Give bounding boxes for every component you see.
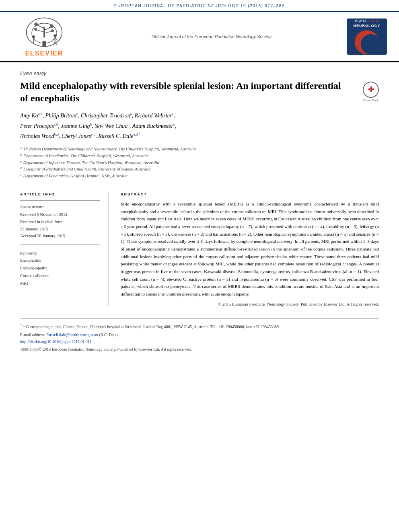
authors-section: Amy Kaa,b, Philip Brittonc, Christopher …: [20, 111, 379, 141]
aff-b: bDepartment of Paediatrics, The Children…: [20, 153, 379, 160]
article-info-column: Article Info Article history: Received 5…: [20, 192, 109, 306]
svg-rect-0: [43, 41, 46, 46]
article-history-label: Article history:: [20, 205, 100, 209]
elsevier-logo: ELSEVIER: [12, 16, 76, 57]
svg-line-5: [44, 27, 51, 31]
author-line-3: Nicholas Woodb,d, Cheryl Jonesc,d, Russe…: [20, 131, 379, 141]
journal-right-logo-box: PAEDATRICNEUROLOGY: [347, 18, 387, 55]
elsevier-tree-icon: [20, 16, 68, 48]
doi-line: http://dx.doi.org/10.1016/j.ejpn.2015.01…: [20, 338, 379, 345]
email-link[interactable]: Russell.dale@health.nsw.gov.au: [46, 333, 98, 337]
corresponding-author-note: * * Corresponding author. Clinical Schoo…: [20, 323, 379, 330]
keywords-hr: [20, 244, 100, 245]
crossmark-badge[interactable]: ✚ CrossMark: [363, 82, 379, 102]
issn-line: 1090-3798/© 2015 European Paediatric Neu…: [20, 347, 379, 351]
received-revised-date: 23 January 2015: [20, 226, 100, 233]
crossmark-circle[interactable]: ✚: [363, 82, 379, 98]
svg-point-18: [32, 35, 35, 38]
svg-line-7: [44, 31, 52, 33]
svg-point-11: [51, 29, 54, 32]
author-line-2: Peter Procopisa,d, Joanne Gingb, Yew Wee…: [20, 121, 379, 131]
doi-link[interactable]: http://dx.doi.org/10.1016/j.ejpn.2015.01…: [20, 339, 92, 344]
logo-area: ELSEVIER Official Journal of the Europea…: [0, 12, 399, 62]
received-revised-label: Received in revised form: [20, 218, 100, 226]
abstract-copyright: © 2015 European Paediatric Neurology Soc…: [121, 302, 379, 306]
paed-logo-text: PAEDATRICNEUROLOGY: [353, 19, 380, 28]
keywords-section: Keywords: Encephalitis Encephalopathy Co…: [20, 251, 100, 288]
received-date-1: Received 5 November 2014: [20, 211, 100, 218]
accepted-date: Accepted 28 January 2015: [20, 232, 100, 240]
abstract-column: Abstract Mild encephalopathy with a reve…: [121, 192, 379, 306]
email-line: E-mail address: Russell.dale@health.nsw.…: [20, 331, 379, 338]
author-line-1: Amy Kaa,b, Philip Brittonc, Christopher …: [20, 111, 379, 121]
email-suffix: (R.C. Dale).: [99, 333, 119, 337]
svg-point-12: [53, 34, 56, 37]
title-area: Mild encephalopathy with reversible sple…: [20, 80, 379, 105]
abstract-text: Mild encephalopathy with a reversible sp…: [121, 200, 379, 298]
svg-line-6: [36, 30, 44, 32]
aff-c: cDepartment of Infectious Disease, The C…: [20, 160, 379, 166]
keywords-label: Keywords:: [20, 251, 100, 255]
aff-a: aTY Nelson Department of Neurology and N…: [20, 146, 379, 153]
footer-section: * * Corresponding author. Clinical Schoo…: [20, 318, 379, 351]
journal-center-text: Official Journal of the European Paediat…: [76, 34, 347, 39]
journal-header-text: European Journal of Paediatric Neurology…: [114, 4, 285, 8]
keyword-mri: MRI: [20, 280, 100, 288]
keyword-corpus-callosum: Corpus callosum: [20, 272, 100, 280]
article-title: Mild encephalopathy with reversible sple…: [20, 80, 379, 105]
crossmark-icon: ✚: [368, 85, 374, 94]
two-column-layout: Article Info Article history: Received 5…: [20, 192, 379, 306]
svg-line-4: [37, 25, 44, 29]
paed-logo-circle: [355, 30, 379, 54]
keyword-encephalitis: Encephalitis: [20, 257, 100, 265]
divider-1: [20, 186, 379, 186]
svg-point-8: [34, 23, 38, 26]
article-info-heading: Article Info: [20, 192, 100, 196]
journal-header-bar: European Journal of Paediatric Neurology…: [0, 0, 399, 12]
main-content: Case study Mild encephalopathy with reve…: [0, 62, 399, 359]
aff-e: eDepartment of Paediatrics, Gosford Hosp…: [20, 173, 379, 180]
svg-point-10: [34, 28, 37, 31]
page: European Journal of Paediatric Neurology…: [0, 0, 399, 532]
affiliations-section: aTY Nelson Department of Neurology and N…: [20, 146, 379, 180]
aff-d: dDiscipline of Paediatrics and Child Hea…: [20, 166, 379, 173]
email-label: E-mail address:: [20, 333, 45, 337]
article-type-label: Case study: [20, 70, 379, 76]
article-info-hr: [20, 200, 100, 201]
elsevier-wordmark: ELSEVIER: [25, 50, 63, 57]
keyword-encephalopathy: Encephalopathy: [20, 265, 100, 272]
svg-point-9: [50, 24, 53, 28]
abstract-heading: Abstract: [121, 192, 379, 196]
crossmark-label: CrossMark: [363, 99, 379, 102]
